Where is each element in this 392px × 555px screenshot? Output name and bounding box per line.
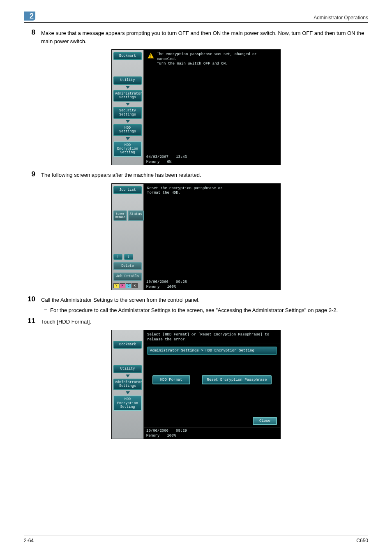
panel1-sidebar: Bookmark Utility Administrator Settings … xyxy=(112,50,144,165)
memory-label: Memory xyxy=(146,285,159,289)
header-title: Administrator Operations xyxy=(314,15,368,21)
device-panel-3: Bookmark Utility Administrator Settings … xyxy=(111,330,281,439)
step-number: 11 xyxy=(24,317,41,325)
footer-page: 2-64 xyxy=(24,538,34,543)
toner-indicators: Y M C K xyxy=(113,283,142,288)
panel3-main: Select [HDD Format] or [Reset Encryption… xyxy=(144,330,280,439)
job-list-button[interactable]: Job List xyxy=(113,186,142,194)
step-10: 10 Call the Administrator Settings to th… xyxy=(24,295,368,304)
status-button[interactable]: Status xyxy=(128,210,144,221)
step-text: Make sure that a message appears prompti… xyxy=(41,28,368,45)
toner-k-icon: K xyxy=(132,283,138,288)
panel3-headline: Select [HDD Format] or [Reset Encryption… xyxy=(144,330,280,344)
status-date: 10/06/2006 xyxy=(146,429,168,433)
step-text: Call the Administrator Settings to the s… xyxy=(41,295,368,304)
warning-icon: ! xyxy=(147,52,154,59)
breadcrumb-arrow-icon xyxy=(126,391,130,394)
close-button[interactable]: Close xyxy=(253,417,277,425)
arrow-down-button[interactable]: ↓ xyxy=(124,254,133,260)
breadcrumb-arrow-icon xyxy=(126,137,130,140)
panel1-main: ! The encryption passphrase was set, cha… xyxy=(144,50,280,165)
device-panel-2: Job List toner Remain Status ↑ ↓ Delete … xyxy=(111,183,281,290)
chapter-badge: 2 xyxy=(24,12,35,21)
hdd-encryption-button[interactable]: HDD Encryption Setting xyxy=(113,141,142,157)
utility-button[interactable]: Utility xyxy=(113,365,142,373)
substep-text: For the procedure to call the Administra… xyxy=(50,306,368,314)
admin-settings-button[interactable]: Administrator Settings xyxy=(113,90,142,102)
step-11: 11 Touch [HDD Format]. xyxy=(24,317,368,326)
panel1-message-line2: Turn the main switch OFF and ON. xyxy=(157,62,228,66)
status-time: 09:28 xyxy=(176,280,187,284)
panel3-body: HDD Format Reset Encryption Passphrase C… xyxy=(144,356,280,428)
status-time: 09:29 xyxy=(176,429,187,433)
memory-value: 100% xyxy=(167,285,176,289)
panel3-statusbar: 10/06/2006 09:29 xyxy=(144,428,280,434)
toner-m-icon: M xyxy=(120,283,125,288)
panel2-sidebar: Job List toner Remain Status ↑ ↓ Delete … xyxy=(112,184,144,290)
panel1-message: The encryption passphrase was set, chang… xyxy=(157,52,277,67)
toner-remain-button[interactable]: toner Remain xyxy=(113,210,127,221)
panel1-message-line1: The encryption passphrase was set, chang… xyxy=(157,52,257,61)
breadcrumb: Administrator Settings > HDD Encryption … xyxy=(147,347,277,355)
memory-value: 100% xyxy=(167,434,176,438)
nav-arrows: ↑ ↓ xyxy=(113,254,142,260)
step-8: 8 Make sure that a message appears promp… xyxy=(24,28,368,45)
panel2-memorybar: Memory 100% xyxy=(144,285,280,290)
reset-encryption-button[interactable]: Reset Encryption Passphrase xyxy=(202,375,272,384)
step-text: The following screen appears after the m… xyxy=(41,170,368,179)
device-panel-1: Bookmark Utility Administrator Settings … xyxy=(111,49,281,165)
svg-text:!: ! xyxy=(150,54,151,58)
status-date: 04/03/2007 xyxy=(146,155,168,159)
bookmark-button[interactable]: Bookmark xyxy=(113,341,142,349)
figure-1: Bookmark Utility Administrator Settings … xyxy=(24,49,368,165)
breadcrumb-arrow-icon xyxy=(126,103,130,106)
panel1-memorybar: Memory 0% xyxy=(144,160,280,165)
page-header: 2 Administrator Operations xyxy=(24,12,368,23)
admin-settings-button[interactable]: Administrator Settings xyxy=(113,379,142,391)
status-time: 13:43 xyxy=(176,155,187,159)
hdd-settings-button[interactable]: HDD Settings xyxy=(113,124,142,136)
figure-3: Bookmark Utility Administrator Settings … xyxy=(24,330,368,439)
breadcrumb-arrow-icon xyxy=(126,86,130,89)
panel2-main: Reset the encryption passphrase or forma… xyxy=(144,184,280,290)
breadcrumb-arrow-icon xyxy=(126,120,130,123)
step-number: 10 xyxy=(24,295,41,303)
substep-dash: – xyxy=(41,306,50,312)
bookmark-button[interactable]: Bookmark xyxy=(113,52,142,60)
memory-label: Memory xyxy=(146,160,159,164)
security-settings-button[interactable]: Security Settings xyxy=(113,107,142,119)
delete-button[interactable]: Delete xyxy=(113,262,142,270)
panel2-message-line1: Reset the encryption passphrase or xyxy=(147,186,223,190)
panel2-statusbar: 10/06/2006 09:28 xyxy=(144,279,280,285)
step-number: 8 xyxy=(24,28,41,37)
toner-c-icon: C xyxy=(126,283,131,288)
hdd-encryption-button[interactable]: HDD Encryption Setting xyxy=(113,395,142,411)
status-date: 10/06/2006 xyxy=(146,280,168,284)
panel1-statusbar: 04/03/2007 13:43 xyxy=(144,154,280,160)
arrow-up-button[interactable]: ↑ xyxy=(113,254,122,260)
hdd-format-button[interactable]: HDD Format xyxy=(152,375,190,384)
step-number: 9 xyxy=(24,170,41,178)
step-9: 9 The following screen appears after the… xyxy=(24,170,368,179)
panel2-message-area: Reset the encryption passphrase or forma… xyxy=(144,184,280,279)
footer-model: C650 xyxy=(356,538,368,543)
toner-y-icon: Y xyxy=(113,283,119,288)
utility-button[interactable]: Utility xyxy=(113,76,142,84)
figure-2: Job List toner Remain Status ↑ ↓ Delete … xyxy=(24,183,368,290)
step-10-sub: – For the procedure to call the Administ… xyxy=(41,306,368,314)
panel2-message-line2: format the HDD. xyxy=(147,191,180,195)
breadcrumb-arrow-icon xyxy=(126,375,130,377)
memory-label: Memory xyxy=(146,434,159,438)
panel3-sidebar: Bookmark Utility Administrator Settings … xyxy=(112,330,144,439)
panel1-message-area: ! The encryption passphrase was set, cha… xyxy=(144,50,280,154)
memory-value: 0% xyxy=(167,160,171,164)
panel3-memorybar: Memory 100% xyxy=(144,434,280,439)
page-footer: 2-64 C650 xyxy=(24,536,368,543)
job-details-button[interactable]: Job Details xyxy=(113,273,142,280)
step-text: Touch [HDD Format]. xyxy=(41,317,368,326)
